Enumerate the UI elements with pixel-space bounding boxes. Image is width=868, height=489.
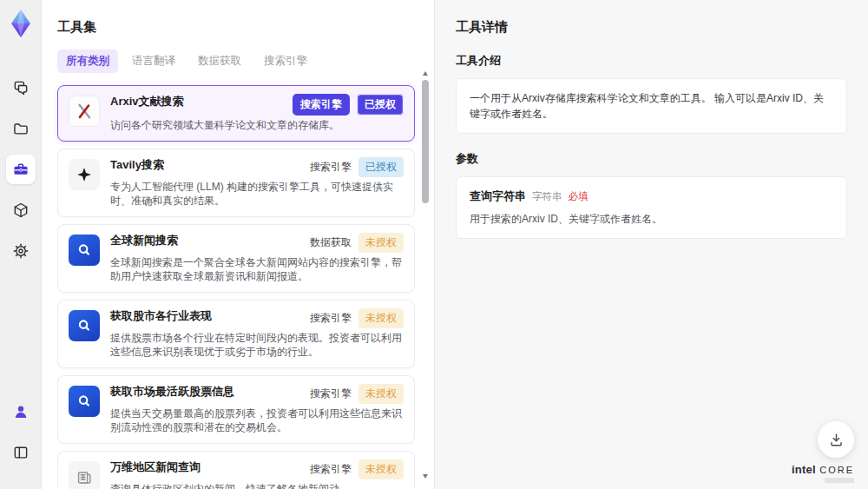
param-card: 查询字符串 字符串 必填 用于搜索的Arxiv ID、关键字或作者姓名。 bbox=[456, 176, 847, 239]
tool-description: 专为人工智能代理 (LLM) 构建的搜索引擎工具，可快速提供实时、准确和真实的结… bbox=[110, 180, 404, 208]
brand-subtext-bar bbox=[825, 478, 854, 483]
page-title: 工具集 bbox=[57, 19, 415, 36]
status-badge: 已授权 bbox=[358, 157, 404, 177]
category-tabs: 所有类别 语言翻译 数据获取 搜索引擎 bbox=[57, 50, 415, 73]
sidebar-item-settings[interactable] bbox=[6, 236, 36, 266]
news-search-icon bbox=[69, 310, 100, 341]
tool-list-panel: 工具集 所有类别 语言翻译 数据获取 搜索引擎 Arxiv文献搜索 bbox=[42, 0, 434, 489]
status-badge: 未授权 bbox=[358, 384, 404, 404]
category-label: 搜索引擎 bbox=[310, 160, 352, 175]
intro-text: 一个用于从Arxiv存储库搜索科学论文和文章的工具。 输入可以是Arxiv ID… bbox=[470, 90, 833, 122]
detail-title: 工具详情 bbox=[456, 19, 847, 36]
tool-description: 提供当天交易量最高的股票列表，投资者可以利用这些信息来识别流动性强的股票和潜在的… bbox=[110, 406, 404, 435]
params-heading: 参数 bbox=[456, 151, 847, 167]
tool-card-regional-news[interactable]: 万维地区新闻查询 搜索引擎 未授权 查询具体行政区划内的新闻，快速了解各地新闻动 bbox=[57, 451, 415, 489]
news-search-icon bbox=[69, 386, 100, 417]
param-description: 用于搜索的Arxiv ID、关键字或作者姓名。 bbox=[470, 212, 833, 227]
sidebar-item-chat[interactable] bbox=[6, 73, 36, 102]
tool-description: 全球新闻搜索是一个聚合全球各大新闻网站内容的搜索引擎，帮助用户快速获取全球最新资… bbox=[110, 255, 404, 284]
sidebar-item-files[interactable] bbox=[6, 114, 36, 143]
brand-intel-text: intel bbox=[792, 463, 816, 476]
tool-card-body: 万维地区新闻查询 搜索引擎 未授权 查询具体行政区划内的新闻，快速了解各地新闻动 bbox=[110, 459, 404, 489]
tool-card-body: Tavily搜索 搜索引擎 已授权 专为人工智能代理 (LLM) 构建的搜索引擎… bbox=[110, 157, 404, 208]
tool-name: Tavily搜索 bbox=[110, 157, 164, 173]
tool-name: 万维地区新闻查询 bbox=[110, 459, 201, 475]
tool-name: 获取市场最活跃股票信息 bbox=[110, 384, 234, 400]
tool-card-tavily[interactable]: Tavily搜索 搜索引擎 已授权 专为人工智能代理 (LLM) 构建的搜索引擎… bbox=[57, 149, 415, 217]
scrollbar-thumb[interactable] bbox=[422, 80, 429, 203]
newspaper-icon bbox=[69, 461, 100, 489]
sidebar-item-packages[interactable] bbox=[6, 195, 36, 225]
param-required-flag: 必填 bbox=[569, 190, 589, 203]
sidebar-item-tools[interactable] bbox=[6, 155, 36, 184]
app-logo-icon bbox=[7, 9, 35, 38]
tab-language-translation[interactable]: 语言翻译 bbox=[123, 50, 184, 73]
scroll-up-arrow-icon[interactable] bbox=[423, 71, 428, 76]
app-window: 工具集 所有类别 语言翻译 数据获取 搜索引擎 Arxiv文献搜索 bbox=[0, 0, 868, 489]
tool-card-body: 全球新闻搜索 数据获取 未授权 全球新闻搜索是一个聚合全球各大新闻网站内容的搜索… bbox=[110, 233, 404, 284]
tool-name: 获取股市各行业表现 bbox=[110, 308, 212, 324]
tool-card-body: 获取市场最活跃股票信息 搜索引擎 未授权 提供当天交易量最高的股票列表，投资者可… bbox=[110, 384, 404, 435]
tool-card-most-active-stocks[interactable]: 获取市场最活跃股票信息 搜索引擎 未授权 提供当天交易量最高的股票列表，投资者可… bbox=[57, 375, 415, 444]
param-type: 字符串 bbox=[532, 190, 562, 203]
settings-icon bbox=[12, 242, 30, 260]
user-icon bbox=[12, 403, 30, 420]
tavily-icon bbox=[69, 159, 100, 190]
download-icon bbox=[828, 432, 845, 448]
package-icon bbox=[12, 202, 30, 219]
chat-icon bbox=[12, 79, 30, 96]
category-label: 数据获取 bbox=[310, 235, 352, 250]
tool-card-global-news[interactable]: 全球新闻搜索 数据获取 未授权 全球新闻搜索是一个聚合全球各大新闻网站内容的搜索… bbox=[57, 224, 415, 293]
side-panel-icon bbox=[12, 444, 30, 461]
tool-description: 查询具体行政区划内的新闻，快速了解各地新闻动 bbox=[110, 482, 404, 489]
status-badge: 未授权 bbox=[358, 308, 404, 328]
tool-card-sector-performance[interactable]: 获取股市各行业表现 搜索引擎 未授权 提供股票市场各个行业在特定时间段内的表现。… bbox=[57, 300, 415, 368]
brand-core-text: core bbox=[819, 465, 854, 475]
tool-card-body: Arxiv文献搜索 搜索引擎 已授权 访问各个研究领域大量科学论文和文章的存储库… bbox=[110, 94, 404, 133]
category-label: 搜索引擎 bbox=[310, 387, 352, 401]
tool-description: 提供股票市场各个行业在特定时间段内的表现。投资者可以利用这些信息来识别表现优于或… bbox=[110, 331, 404, 360]
sidebar-rail bbox=[0, 0, 42, 489]
tool-name: 全球新闻搜索 bbox=[110, 233, 178, 248]
category-label: 搜索引擎 bbox=[310, 311, 352, 326]
tab-all-categories[interactable]: 所有类别 bbox=[57, 50, 118, 73]
tool-card-arxiv[interactable]: Arxiv文献搜索 搜索引擎 已授权 访问各个研究领域大量科学论文和文章的存储库… bbox=[57, 85, 415, 142]
toolbox-icon bbox=[12, 161, 30, 178]
tool-detail-panel: 工具详情 工具介绍 一个用于从Arxiv存储库搜索科学论文和文章的工具。 输入可… bbox=[434, 0, 868, 489]
param-name: 查询字符串 bbox=[470, 188, 526, 204]
scroll-down-arrow-icon[interactable] bbox=[423, 474, 428, 479]
tool-card-list: Arxiv文献搜索 搜索引擎 已授权 访问各个研究领域大量科学论文和文章的存储库… bbox=[57, 85, 415, 489]
status-badge: 未授权 bbox=[358, 233, 404, 253]
tool-name: Arxiv文献搜索 bbox=[110, 94, 184, 109]
category-badge[interactable]: 搜索引擎 bbox=[293, 94, 350, 116]
tab-data-acquisition[interactable]: 数据获取 bbox=[189, 50, 250, 73]
list-scrollbar[interactable] bbox=[422, 73, 430, 477]
authorized-badge[interactable]: 已授权 bbox=[357, 94, 404, 116]
folder-icon bbox=[12, 120, 30, 137]
tool-card-body: 获取股市各行业表现 搜索引擎 未授权 提供股票市场各个行业在特定时间段内的表现。… bbox=[110, 308, 404, 360]
intel-core-logo: intel core bbox=[792, 464, 854, 483]
category-label: 搜索引擎 bbox=[310, 462, 352, 477]
arxiv-icon bbox=[69, 96, 100, 127]
download-button[interactable] bbox=[818, 421, 854, 458]
tab-search-engine[interactable]: 搜索引擎 bbox=[255, 50, 316, 73]
status-badge: 未授权 bbox=[358, 459, 404, 479]
sidebar-item-account[interactable] bbox=[6, 397, 36, 426]
intro-card: 一个用于从Arxiv存储库搜索科学论文和文章的工具。 输入可以是Arxiv ID… bbox=[456, 78, 847, 134]
intro-heading: 工具介绍 bbox=[456, 53, 847, 69]
tool-description: 访问各个研究领域大量科学论文和文章的存储库。 bbox=[110, 118, 404, 133]
news-search-icon bbox=[69, 235, 100, 266]
sidebar-collapse-button[interactable] bbox=[6, 438, 36, 467]
